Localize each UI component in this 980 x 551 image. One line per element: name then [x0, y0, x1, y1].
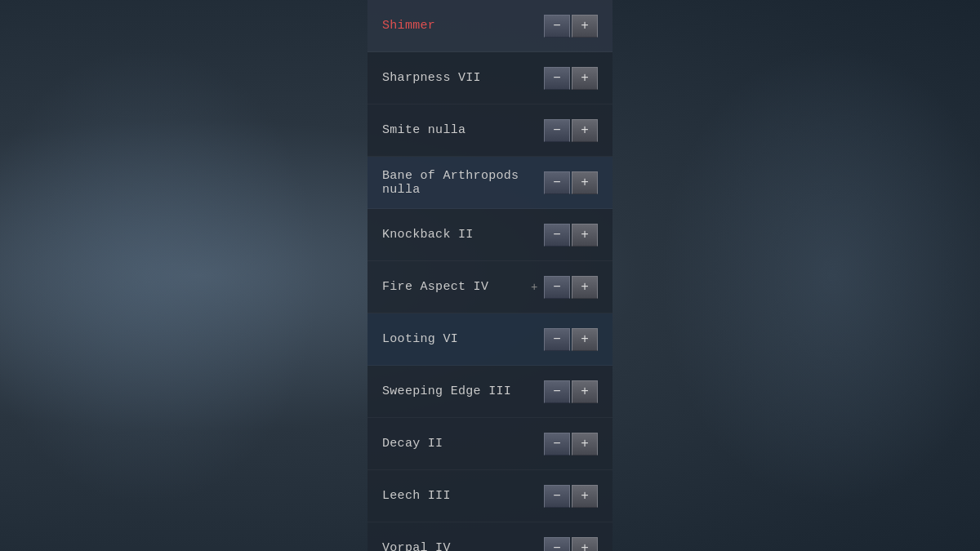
enchant-row-fire-aspect: Fire Aspect IV+−+	[368, 261, 612, 313]
enchant-row-knockback: Knockback II−+	[368, 209, 612, 261]
enchant-name-fire-aspect: Fire Aspect IV	[382, 280, 488, 294]
minus-button-smite[interactable]: −	[544, 119, 570, 142]
minus-button-vorpal[interactable]: −	[544, 537, 570, 552]
enchant-row-shimmer: Shimmer−+	[368, 0, 612, 52]
plus-button-bane[interactable]: +	[572, 171, 598, 194]
btn-group-looting: −+	[544, 328, 598, 351]
minus-button-leech[interactable]: −	[544, 485, 570, 508]
enchant-name-decay: Decay II	[382, 437, 443, 451]
enchant-name-shimmer: Shimmer	[382, 19, 435, 33]
extra-plus-icon: +	[531, 281, 537, 294]
minus-button-decay[interactable]: −	[544, 433, 570, 455]
plus-button-leech[interactable]: +	[572, 485, 598, 508]
plus-button-sharpness[interactable]: +	[572, 67, 598, 90]
btn-group-sharpness: −+	[544, 67, 598, 90]
btn-group-decay: −+	[544, 433, 598, 455]
plus-button-sweeping-edge[interactable]: +	[572, 380, 598, 403]
enchant-row-decay: Decay II−+	[368, 418, 612, 470]
minus-button-sweeping-edge[interactable]: −	[544, 380, 570, 403]
enchant-row-sweeping-edge: Sweeping Edge III−+	[368, 366, 612, 418]
enchant-row-vorpal: Vorpal IV−+	[368, 522, 612, 551]
btn-group-vorpal: −+	[544, 537, 598, 552]
enchant-name-looting: Looting VI	[382, 332, 458, 346]
enchant-row-looting: Looting VI−+	[368, 313, 612, 366]
btn-group-knockback: −+	[544, 224, 598, 247]
btn-group-smite: −+	[544, 119, 598, 142]
btn-group-shimmer: −+	[544, 15, 598, 38]
enchant-name-leech: Leech III	[382, 489, 451, 503]
plus-button-shimmer[interactable]: +	[572, 15, 598, 38]
minus-button-sharpness[interactable]: −	[544, 67, 570, 90]
minus-button-shimmer[interactable]: −	[544, 15, 570, 38]
plus-button-smite[interactable]: +	[572, 119, 598, 142]
minus-button-looting[interactable]: −	[544, 328, 570, 351]
enchant-name-knockback: Knockback II	[382, 228, 474, 242]
btn-group-bane: −+	[544, 171, 598, 194]
enchant-row-bane: Bane of Arthropods nulla−+	[368, 157, 612, 209]
enchant-name-sharpness: Sharpness VII	[382, 71, 481, 85]
plus-button-decay[interactable]: +	[572, 433, 598, 455]
enchant-row-leech: Leech III−+	[368, 470, 612, 522]
plus-button-fire-aspect[interactable]: +	[572, 276, 598, 299]
minus-button-bane[interactable]: −	[544, 171, 570, 194]
plus-button-vorpal[interactable]: +	[572, 537, 598, 552]
plus-button-looting[interactable]: +	[572, 328, 598, 351]
enchant-name-smite: Smite nulla	[382, 123, 466, 137]
enchant-name-bane: Bane of Arthropods nulla	[382, 169, 544, 197]
plus-button-knockback[interactable]: +	[572, 224, 598, 247]
enchant-name-vorpal: Vorpal IV	[382, 541, 451, 551]
enchantments-panel: Shimmer−+Sharpness VII−+Smite nulla−+Ban…	[368, 0, 612, 551]
btn-group-leech: −+	[544, 485, 598, 508]
enchant-row-smite: Smite nulla−+	[368, 104, 612, 157]
enchant-row-sharpness: Sharpness VII−+	[368, 52, 612, 104]
btn-group-sweeping-edge: −+	[544, 380, 598, 403]
minus-button-knockback[interactable]: −	[544, 224, 570, 247]
enchant-name-sweeping-edge: Sweeping Edge III	[382, 384, 511, 398]
btn-group-fire-aspect: −+	[544, 276, 598, 299]
minus-button-fire-aspect[interactable]: −	[544, 276, 570, 299]
